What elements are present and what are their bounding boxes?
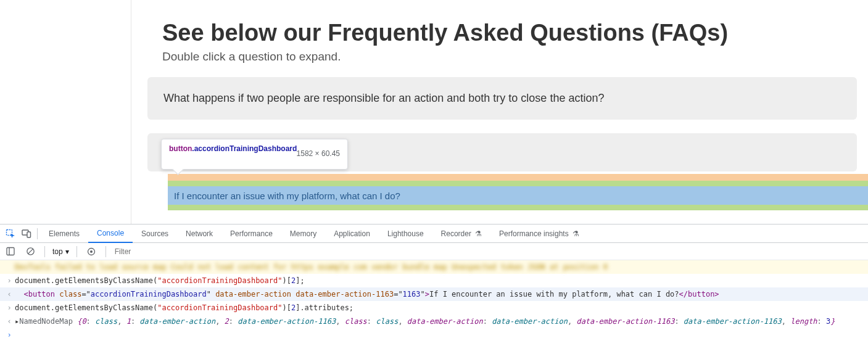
inspect-highlight-overlay: If I encounter an issue with my platform…: [168, 174, 868, 210]
page-viewport: See below our Frequently Asked Questions…: [0, 0, 868, 224]
highlight-padding-bottom: [168, 205, 868, 210]
tooltip-tag: button: [169, 144, 192, 153]
console-body: DevTools failed to load source map Could…: [0, 260, 868, 342]
faq-accordion-item-2-text: If I encounter an issue with my platform…: [174, 191, 400, 201]
device-toolbar-icon[interactable]: [19, 226, 35, 242]
input-caret-icon: ›: [4, 301, 15, 315]
page-subtitle: Double click a question to expand.: [162, 50, 868, 64]
console-prompt-row[interactable]: ›: [0, 328, 868, 342]
tab-performance-insights[interactable]: Performance insights⚗: [490, 224, 588, 243]
svg-rect-3: [7, 248, 14, 255]
tab-performance[interactable]: Performance: [221, 224, 281, 243]
tab-application[interactable]: Application: [325, 224, 379, 243]
console-input-row-1[interactable]: › document.getElementsByClassName("accor…: [0, 274, 868, 287]
prompt-caret-icon: ›: [4, 328, 15, 342]
devtools-panel: Elements Console Sources Network Perform…: [0, 224, 868, 346]
console-input-1: document.getElementsByClassName("accordi…: [15, 274, 868, 287]
console-filter-input[interactable]: [112, 246, 236, 257]
separator: [76, 246, 77, 257]
console-input-2: document.getElementsByClassName("accordi…: [15, 301, 868, 315]
tab-console[interactable]: Console: [88, 224, 133, 243]
svg-line-6: [28, 249, 33, 254]
console-warning-row: DevTools failed to load source map Could…: [0, 260, 868, 274]
highlight-padding-top: [168, 181, 868, 186]
tooltip-class: .accordionTrainingDashboard: [192, 144, 297, 153]
separator: [105, 246, 106, 257]
inspector-tooltip: button.accordionTrainingDashboard 1582 ×…: [161, 139, 348, 170]
tab-recorder[interactable]: Recorder⚗: [432, 224, 490, 243]
output-caret-icon: ‹: [4, 315, 15, 328]
separator: [37, 228, 38, 239]
chevron-down-icon: ▾: [65, 247, 69, 256]
highlight-content: If I encounter an issue with my platform…: [168, 186, 868, 205]
flask-icon: ⚗: [572, 229, 579, 238]
tooltip-dimensions: 1582 × 60.45: [297, 149, 340, 158]
clear-console-icon[interactable]: [22, 244, 38, 260]
toggle-sidebar-icon[interactable]: [2, 244, 19, 260]
context-label: top: [52, 247, 63, 256]
tab-elements[interactable]: Elements: [40, 224, 88, 243]
live-expression-icon[interactable]: [83, 244, 99, 260]
tab-sources[interactable]: Sources: [133, 224, 177, 243]
console-output-1: <button class="accordionTrainingDashboar…: [15, 287, 868, 301]
page-left-gutter: [0, 0, 131, 224]
devtools-tabstrip: Elements Console Sources Network Perform…: [0, 224, 868, 243]
tab-network[interactable]: Network: [177, 224, 221, 243]
input-caret-icon: ›: [4, 274, 15, 287]
svg-rect-2: [27, 232, 31, 237]
faq-accordion-item-0[interactable]: What happens if two people are responsib…: [147, 77, 857, 120]
output-caret-icon: ‹: [4, 287, 15, 301]
separator: [44, 246, 45, 257]
tab-lighthouse[interactable]: Lighthouse: [379, 224, 432, 243]
svg-point-8: [90, 250, 93, 253]
console-output-row-1[interactable]: ‹ <button class="accordionTrainingDashbo…: [0, 287, 868, 301]
console-toolbar: top ▾: [0, 243, 868, 260]
console-input-row-2[interactable]: › document.getElementsByClassName("accor…: [0, 301, 868, 315]
execution-context-selector[interactable]: top ▾: [51, 247, 70, 256]
console-output-2: ▸NamedNodeMap {0: class, 1: data-ember-a…: [15, 315, 868, 328]
flask-icon: ⚗: [475, 229, 482, 238]
inspect-element-icon[interactable]: [2, 226, 19, 242]
tab-memory[interactable]: Memory: [281, 224, 325, 243]
highlight-margin: [168, 174, 868, 181]
page-title: See below our Frequently Asked Questions…: [162, 20, 868, 46]
console-output-row-2[interactable]: ‹ ▸NamedNodeMap {0: class, 1: data-ember…: [0, 315, 868, 328]
